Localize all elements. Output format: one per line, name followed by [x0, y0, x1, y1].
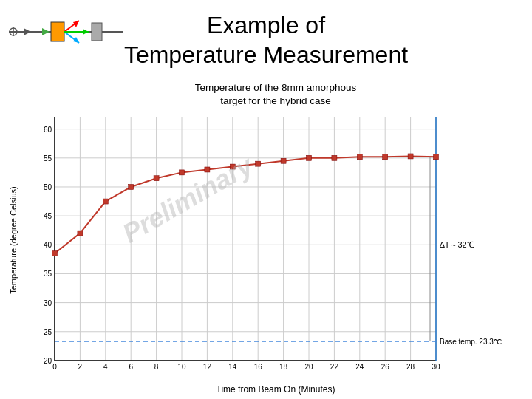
svg-rect-76: [180, 170, 185, 175]
svg-text:18: 18: [279, 363, 288, 371]
beam-diagram: [9, 13, 127, 50]
x-axis-label: Time from Beam On (Minutes): [27, 383, 525, 399]
chart-subtitle: Temperature of the 8mm amorphous target …: [27, 81, 525, 107]
svg-rect-77: [205, 167, 210, 172]
svg-text:55: 55: [44, 154, 52, 163]
svg-rect-75: [154, 176, 159, 181]
svg-rect-72: [78, 231, 83, 236]
svg-rect-73: [103, 199, 108, 204]
svg-rect-79: [256, 161, 261, 166]
svg-text:10: 10: [177, 363, 186, 371]
svg-rect-78: [230, 164, 235, 169]
svg-text:∆T～32℃: ∆T～32℃: [440, 240, 474, 249]
chart-container: Preliminary 2025303540455055600246810121…: [27, 110, 525, 383]
svg-text:2: 2: [78, 363, 83, 371]
svg-text:20: 20: [44, 357, 52, 365]
svg-text:0: 0: [52, 363, 57, 371]
svg-rect-74: [129, 185, 134, 190]
y-axis-label: Temperature (degree Celsius): [9, 186, 18, 294]
chart-section: Temperature (degree Celsius) Temperature…: [0, 81, 532, 399]
svg-text:50: 50: [44, 183, 52, 191]
svg-text:40: 40: [44, 241, 52, 249]
svg-rect-81: [307, 155, 312, 160]
chart-wrapper: Temperature of the 8mm amorphous target …: [27, 81, 532, 399]
svg-text:14: 14: [228, 363, 237, 371]
svg-text:35: 35: [44, 270, 52, 279]
svg-rect-86: [434, 154, 439, 160]
svg-text:Base temp. 23.3℃: Base temp. 23.3℃: [440, 338, 502, 346]
svg-text:20: 20: [304, 363, 313, 371]
svg-text:12: 12: [203, 363, 212, 371]
svg-text:25: 25: [44, 328, 52, 336]
chart-svg: 2025303540455055600246810121416182022242…: [27, 110, 525, 383]
svg-rect-85: [408, 154, 413, 159]
y-axis-label-container: Temperature (degree Celsius): [0, 81, 27, 399]
beam-svg: [9, 13, 127, 50]
svg-marker-9: [83, 29, 89, 35]
svg-rect-82: [332, 155, 337, 160]
svg-text:30: 30: [44, 299, 52, 307]
svg-text:30: 30: [432, 363, 440, 371]
svg-text:28: 28: [406, 363, 415, 371]
svg-marker-2: [42, 28, 50, 35]
svg-rect-3: [51, 22, 64, 41]
svg-rect-84: [383, 154, 388, 160]
svg-rect-10: [92, 23, 102, 41]
svg-text:45: 45: [44, 212, 52, 220]
svg-rect-83: [357, 154, 362, 160]
svg-text:22: 22: [330, 363, 339, 371]
svg-text:4: 4: [103, 363, 108, 371]
svg-text:60: 60: [44, 126, 52, 134]
svg-marker-1: [24, 28, 31, 35]
svg-rect-71: [52, 251, 58, 256]
svg-text:6: 6: [129, 363, 133, 371]
svg-text:26: 26: [381, 363, 390, 371]
svg-rect-80: [281, 158, 286, 163]
svg-text:24: 24: [355, 363, 364, 371]
svg-text:16: 16: [254, 363, 263, 371]
svg-text:8: 8: [154, 363, 159, 371]
